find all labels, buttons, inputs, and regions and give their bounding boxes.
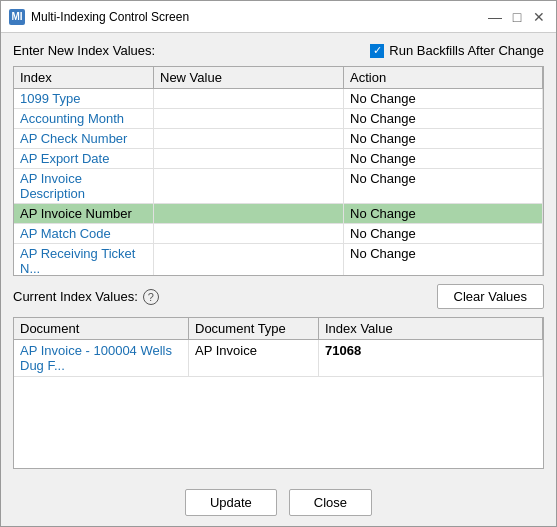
action-cell: No Change [344, 204, 543, 223]
index-value-cell: 71068 [319, 340, 543, 376]
backfill-checkbox-row[interactable]: ✓ Run Backfills After Change [370, 43, 544, 58]
new-value-cell [154, 149, 344, 168]
new-value-cell [154, 169, 344, 203]
bottom-controls: Current Index Values: ? Clear Values [13, 284, 544, 309]
table-row[interactable]: AP Receiving Ticket N...No Change [14, 244, 543, 275]
action-cell: No Change [344, 149, 543, 168]
col-doc-type: Document Type [189, 318, 319, 339]
doc-cell: AP Invoice - 100004 Wells Dug F... [14, 340, 189, 376]
index-cell: Accounting Month [14, 109, 154, 128]
table-row[interactable]: AP Invoice DescriptionNo Change [14, 169, 543, 204]
table-row[interactable]: Accounting MonthNo Change [14, 109, 543, 129]
new-value-cell [154, 89, 344, 108]
footer: Update Close [1, 479, 556, 526]
clear-values-button[interactable]: Clear Values [437, 284, 544, 309]
action-cell: No Change [344, 169, 543, 203]
app-icon: MI [9, 9, 25, 25]
enter-values-label: Enter New Index Values: [13, 43, 155, 58]
new-value-cell [154, 129, 344, 148]
action-cell: No Change [344, 129, 543, 148]
index-cell: AP Export Date [14, 149, 154, 168]
table-row[interactable]: AP Match CodeNo Change [14, 224, 543, 244]
main-window: MI Multi-Indexing Control Screen — □ ✕ E… [0, 0, 557, 527]
help-icon[interactable]: ? [143, 289, 159, 305]
backfill-label: Run Backfills After Change [389, 43, 544, 58]
index-cell: AP Check Number [14, 129, 154, 148]
col-index-value: Index Value [319, 318, 543, 339]
col-document: Document [14, 318, 189, 339]
title-bar: MI Multi-Indexing Control Screen — □ ✕ [1, 1, 556, 33]
table-row[interactable]: AP Check NumberNo Change [14, 129, 543, 149]
index-table: Index New Value Action 1099 TypeNo Chang… [13, 66, 544, 276]
window-title: Multi-Indexing Control Screen [31, 10, 189, 24]
new-value-cell [154, 244, 344, 275]
index-cell: AP Receiving Ticket N... [14, 244, 154, 275]
current-label-row: Current Index Values: ? [13, 289, 159, 305]
minimize-button[interactable]: — [486, 8, 504, 26]
content-area: Enter New Index Values: ✓ Run Backfills … [1, 33, 556, 479]
new-value-cell [154, 224, 344, 243]
current-values-table: Document Document Type Index Value AP In… [13, 317, 544, 469]
table-row[interactable]: AP Export DateNo Change [14, 149, 543, 169]
col-index: Index [14, 67, 154, 88]
action-cell: No Change [344, 89, 543, 108]
action-cell: No Change [344, 244, 543, 275]
update-button[interactable]: Update [185, 489, 277, 516]
table-row[interactable]: AP Invoice NumberNo Change [14, 204, 543, 224]
index-cell: AP Invoice Number [14, 204, 154, 223]
close-button[interactable]: Close [289, 489, 372, 516]
top-bar: Enter New Index Values: ✓ Run Backfills … [13, 43, 544, 58]
title-bar-left: MI Multi-Indexing Control Screen [9, 9, 189, 25]
index-cell: 1099 Type [14, 89, 154, 108]
current-index-label: Current Index Values: [13, 289, 138, 304]
table-row[interactable]: 1099 TypeNo Change [14, 89, 543, 109]
index-table-header: Index New Value Action [14, 67, 543, 89]
current-table-header: Document Document Type Index Value [14, 318, 543, 340]
maximize-button[interactable]: □ [508, 8, 526, 26]
index-cell: AP Match Code [14, 224, 154, 243]
new-value-cell [154, 204, 344, 223]
check-mark: ✓ [373, 45, 382, 56]
col-newvalue: New Value [154, 67, 344, 88]
current-table-row[interactable]: AP Invoice - 100004 Wells Dug F...AP Inv… [14, 340, 543, 377]
title-controls: — □ ✕ [486, 8, 548, 26]
current-table-body: AP Invoice - 100004 Wells Dug F...AP Inv… [14, 340, 543, 468]
action-cell: No Change [344, 109, 543, 128]
index-cell: AP Invoice Description [14, 169, 154, 203]
new-value-cell [154, 109, 344, 128]
backfill-checkbox[interactable]: ✓ [370, 44, 384, 58]
doc-type-cell: AP Invoice [189, 340, 319, 376]
index-table-body: 1099 TypeNo ChangeAccounting MonthNo Cha… [14, 89, 543, 275]
col-action: Action [344, 67, 543, 88]
action-cell: No Change [344, 224, 543, 243]
close-window-button[interactable]: ✕ [530, 8, 548, 26]
